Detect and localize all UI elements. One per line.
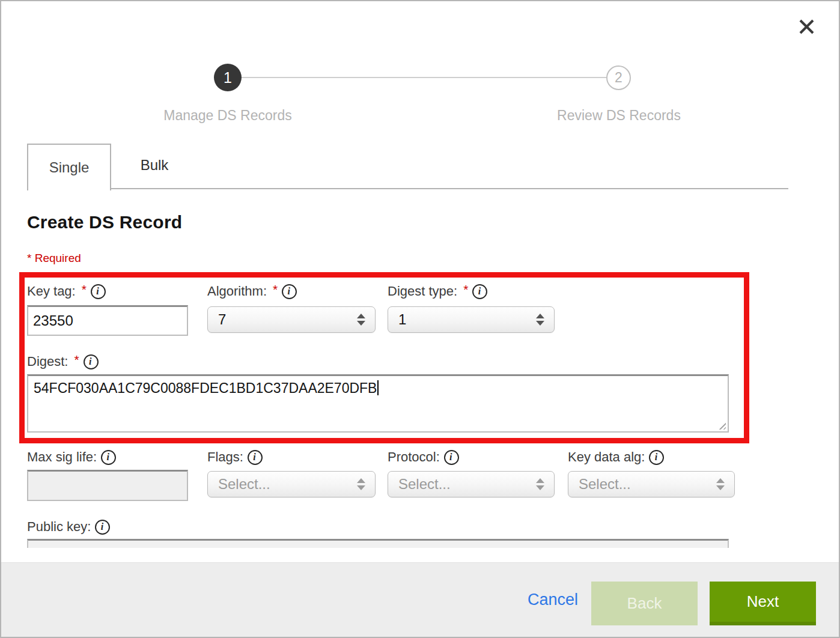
step-2-number: 2 bbox=[615, 70, 622, 86]
select-arrows-icon bbox=[357, 314, 365, 326]
key-tag-input[interactable] bbox=[27, 305, 188, 336]
key-data-alg-label: Key data alg: i bbox=[568, 448, 664, 466]
key-tag-label: Key tag: * i bbox=[27, 282, 106, 300]
digest-label-text: Digest: bbox=[27, 354, 68, 369]
close-icon bbox=[799, 19, 815, 37]
select-arrows-icon bbox=[536, 478, 544, 490]
digest-value: 54FCF030AA1C79C0088FDEC1BD1C37DAA2E70DFB bbox=[34, 380, 377, 396]
select-arrows-icon bbox=[357, 478, 365, 490]
digest-type-select-value: 1 bbox=[388, 311, 406, 328]
public-key-textarea[interactable] bbox=[27, 539, 729, 548]
info-icon[interactable]: i bbox=[248, 450, 263, 465]
digest-type-label-text: Digest type: bbox=[388, 284, 457, 299]
select-arrows-icon bbox=[716, 478, 725, 490]
protocol-select-value: Select... bbox=[388, 476, 451, 493]
step-1-circle: 1 bbox=[214, 64, 242, 91]
page-title: Create DS Record bbox=[27, 212, 182, 232]
max-sig-life-label-text: Max sig life: bbox=[27, 449, 97, 465]
digest-textarea[interactable]: 54FCF030AA1C79C0088FDEC1BD1C37DAA2E70DFB bbox=[27, 374, 729, 433]
info-icon[interactable]: i bbox=[95, 520, 110, 535]
flags-select-value: Select... bbox=[208, 476, 270, 493]
step-1-number: 1 bbox=[224, 69, 232, 87]
step-2-circle: 2 bbox=[606, 65, 631, 90]
stepper-connector bbox=[228, 77, 619, 78]
next-button[interactable]: Next bbox=[710, 582, 816, 625]
required-note: * Required bbox=[27, 252, 81, 265]
cancel-button[interactable]: Cancel bbox=[516, 582, 590, 618]
info-icon[interactable]: i bbox=[101, 450, 116, 465]
key-tag-label-text: Key tag: bbox=[27, 284, 76, 299]
tab-bulk-label: Bulk bbox=[141, 157, 169, 174]
info-icon[interactable]: i bbox=[91, 284, 106, 299]
info-icon[interactable]: i bbox=[649, 450, 664, 465]
create-ds-record-dialog: 1 2 Manage DS Records Review DS Records … bbox=[0, 0, 840, 638]
tab-single[interactable]: Single bbox=[27, 144, 111, 190]
algorithm-select[interactable]: 7 bbox=[207, 306, 376, 333]
info-icon[interactable]: i bbox=[84, 354, 99, 369]
digest-type-select[interactable]: 1 bbox=[388, 306, 555, 333]
required-star: * bbox=[74, 353, 79, 367]
info-icon[interactable]: i bbox=[444, 450, 459, 465]
text-cursor bbox=[377, 380, 379, 395]
public-key-label-text: Public key: bbox=[27, 519, 91, 535]
digest-label: Digest: * i bbox=[27, 353, 99, 371]
algorithm-label-text: Algorithm: bbox=[207, 284, 267, 299]
resize-handle-icon[interactable] bbox=[717, 421, 726, 430]
flags-select[interactable]: Select... bbox=[207, 471, 376, 497]
required-star: * bbox=[273, 282, 278, 297]
dialog-footer: Cancel Back Next bbox=[1, 562, 839, 637]
protocol-label: Protocol: i bbox=[388, 448, 459, 466]
key-data-alg-label-text: Key data alg: bbox=[568, 449, 645, 465]
protocol-label-text: Protocol: bbox=[388, 449, 440, 465]
required-star: * bbox=[463, 282, 468, 297]
max-sig-life-label: Max sig life: i bbox=[27, 448, 116, 466]
back-button[interactable]: Back bbox=[591, 582, 698, 625]
tab-bar-underline bbox=[27, 188, 788, 189]
flags-label: Flags: i bbox=[207, 448, 263, 466]
flags-label-text: Flags: bbox=[207, 449, 243, 465]
tab-single-label: Single bbox=[49, 159, 90, 176]
key-data-alg-select[interactable]: Select... bbox=[568, 471, 735, 497]
info-icon[interactable]: i bbox=[472, 284, 487, 299]
algorithm-select-value: 7 bbox=[208, 311, 226, 328]
algorithm-label: Algorithm: * i bbox=[207, 282, 297, 300]
required-star: * bbox=[82, 282, 87, 297]
select-arrows-icon bbox=[536, 314, 544, 326]
key-data-alg-select-value: Select... bbox=[568, 476, 631, 493]
close-button[interactable] bbox=[794, 16, 818, 40]
step-2-label: Review DS Records bbox=[523, 108, 715, 124]
max-sig-life-input[interactable] bbox=[27, 470, 188, 501]
step-1-label: Manage DS Records bbox=[132, 108, 324, 124]
tab-bulk[interactable]: Bulk bbox=[112, 144, 196, 187]
digest-type-label: Digest type: * i bbox=[388, 282, 487, 300]
public-key-label: Public key: i bbox=[27, 518, 110, 536]
protocol-select[interactable]: Select... bbox=[388, 471, 555, 497]
info-icon[interactable]: i bbox=[282, 284, 297, 299]
